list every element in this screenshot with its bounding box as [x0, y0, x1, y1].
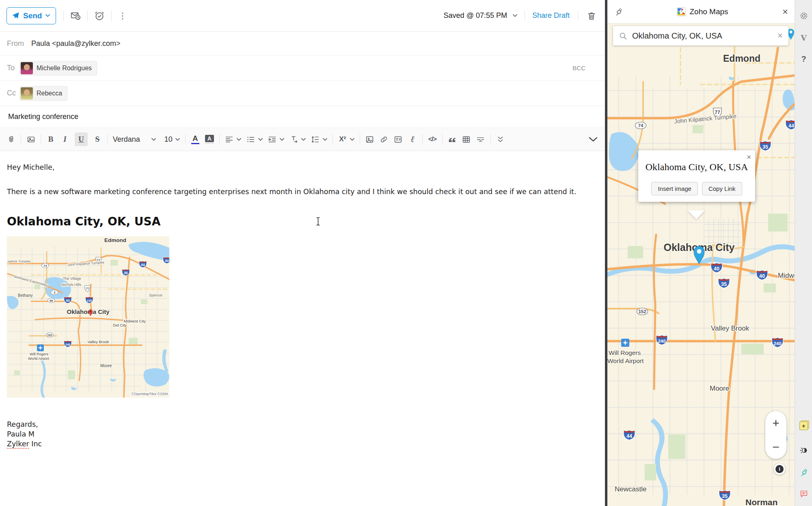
- schedule-send-icon[interactable]: [70, 11, 81, 21]
- feedback-chat-icon[interactable]: [795, 489, 812, 498]
- chevron-down-icon: [350, 138, 354, 141]
- subject-row[interactable]: Marketing conference: [0, 106, 605, 128]
- reminder-alarm-icon[interactable]: [94, 11, 105, 21]
- more-options-icon[interactable]: ⋮: [118, 11, 127, 20]
- divider: [578, 11, 578, 21]
- chevron-down-icon: [151, 138, 156, 141]
- svg-text:44: 44: [141, 263, 145, 267]
- zoom-out-button[interactable]: −: [772, 441, 780, 453]
- body-paragraph: There is a new software marketing confer…: [7, 187, 579, 197]
- cc-recipient-name: Rebecca: [37, 90, 62, 97]
- font-family-value: Verdana: [113, 135, 149, 144]
- superscript-button[interactable]: X²: [338, 132, 354, 146]
- settings-gear-icon[interactable]: [795, 11, 812, 20]
- blockquote-icon[interactable]: [448, 132, 457, 146]
- integrations-plug-icon[interactable]: [795, 468, 812, 477]
- italic-button[interactable]: I: [60, 132, 69, 146]
- highlight-color-button[interactable]: A: [205, 132, 214, 146]
- svg-text:Newcastle: Newcastle: [615, 485, 646, 493]
- from-value[interactable]: Paula <paula@zylker.com>: [31, 39, 120, 48]
- chevron-down-icon: [258, 138, 263, 141]
- signature-line: Regards,: [7, 420, 605, 429]
- shield-ok3: 3: [51, 290, 58, 294]
- zoom-in-button[interactable]: +: [772, 417, 780, 429]
- map-search-input[interactable]: Oklahoma City, OK, USA ×: [613, 26, 788, 45]
- insert-inline-image-icon[interactable]: [26, 132, 35, 146]
- align-button[interactable]: [225, 132, 241, 146]
- font-size-select[interactable]: 10: [164, 135, 180, 144]
- cc-recipient-chip[interactable]: Rebecca: [19, 86, 67, 101]
- location-heading: Oklahoma City, OK, USA: [7, 215, 605, 228]
- cc-label: Cc: [7, 89, 19, 97]
- list-button[interactable]: [246, 132, 263, 146]
- svg-text:40: 40: [714, 266, 719, 272]
- text-cursor-pointer: [315, 217, 321, 226]
- map-info-button[interactable]: i: [774, 463, 785, 475]
- copy-link-button[interactable]: Copy Link: [702, 182, 742, 195]
- recipient-chip[interactable]: Michelle Rodrigues: [19, 61, 97, 76]
- send-options-chevron-icon: [45, 14, 50, 17]
- chevron-down-icon: [280, 138, 284, 141]
- bold-button[interactable]: B: [46, 132, 55, 146]
- formatting-toolbar: B I U S Verdana 10 A A X² ℓ </>: [0, 128, 605, 151]
- font-color-label: A: [192, 134, 198, 143]
- zoho-maps-logo: [677, 7, 686, 16]
- svg-text:40: 40: [759, 273, 765, 279]
- more-formatting-icon[interactable]: [496, 132, 505, 146]
- compose-toolbar: Send ⋮ Saved @ 07:55 PM Share Draft: [0, 0, 605, 32]
- company-suffix: Inc: [29, 440, 42, 448]
- collapse-toolbar-icon[interactable]: [589, 132, 598, 146]
- avatar: [21, 62, 33, 74]
- body-greeting: Hey Michelle,: [7, 163, 605, 171]
- attach-icon[interactable]: [6, 132, 15, 146]
- delete-draft-icon[interactable]: [586, 11, 597, 21]
- insert-image-button[interactable]: Insert image: [651, 182, 698, 195]
- divider: [21, 134, 21, 145]
- insert-template-icon[interactable]: [394, 132, 403, 146]
- font-family-select[interactable]: Verdana: [113, 135, 156, 144]
- font-size-value: 10: [164, 135, 173, 144]
- send-button[interactable]: Send: [6, 7, 56, 24]
- insert-image-icon[interactable]: [365, 132, 374, 146]
- signature-line: Paula M: [7, 429, 605, 439]
- svg-text:Norman: Norman: [745, 497, 777, 506]
- insert-hr-icon[interactable]: [476, 132, 485, 146]
- svg-text:35: 35: [722, 493, 728, 499]
- divider: [219, 134, 220, 145]
- line-spacing-button[interactable]: [311, 132, 327, 146]
- sticky-note-icon[interactable]: +: [795, 422, 812, 430]
- close-panel-icon[interactable]: ×: [782, 7, 788, 17]
- indent-button[interactable]: [268, 132, 284, 146]
- divider: [422, 134, 423, 145]
- strikethrough-button[interactable]: S: [93, 132, 102, 146]
- embedded-map-image[interactable]: 77 77 74 3 66 152 44 44 35 44 235 240 Ed…: [7, 236, 169, 398]
- signature-block: Regards, Paula M Zylker Inc: [7, 420, 605, 449]
- text-direction-button[interactable]: [289, 132, 306, 146]
- share-draft-link[interactable]: Share Draft: [532, 11, 570, 20]
- email-body-editor[interactable]: Hey Michelle, There is a new software ma…: [0, 151, 605, 449]
- map-zoom-control: + −: [765, 411, 786, 459]
- underline-button[interactable]: U: [75, 132, 88, 146]
- svg-text:74: 74: [43, 264, 47, 268]
- popup-close-icon[interactable]: ×: [747, 153, 751, 162]
- svg-text:Del City: Del City: [113, 323, 127, 327]
- bcc-toggle[interactable]: BCC: [572, 65, 585, 71]
- help-icon[interactable]: ?: [795, 54, 812, 64]
- shield-ok66: 66: [48, 298, 55, 303]
- font-color-button[interactable]: A: [191, 132, 200, 146]
- saved-versions-chevron-icon[interactable]: [513, 14, 517, 17]
- svg-text:The Village: The Village: [63, 277, 81, 281]
- svg-text:Spencer: Spencer: [149, 293, 163, 297]
- insert-table-icon[interactable]: [462, 132, 471, 146]
- plugin-icon[interactable]: [614, 7, 623, 16]
- code-view-icon[interactable]: </>: [428, 132, 437, 146]
- clear-search-icon[interactable]: ×: [777, 30, 783, 41]
- signature-line: Zylker Inc: [7, 439, 605, 449]
- search-icon: [619, 32, 627, 40]
- dark-mode-toggle-icon[interactable]: [795, 446, 812, 455]
- signature-icon[interactable]: ℓ: [408, 132, 417, 146]
- insert-link-icon[interactable]: [380, 132, 389, 146]
- svg-text:Edmond: Edmond: [104, 237, 126, 243]
- subject-value: Marketing conference: [7, 112, 78, 121]
- zoho-v-icon[interactable]: V: [795, 33, 812, 42]
